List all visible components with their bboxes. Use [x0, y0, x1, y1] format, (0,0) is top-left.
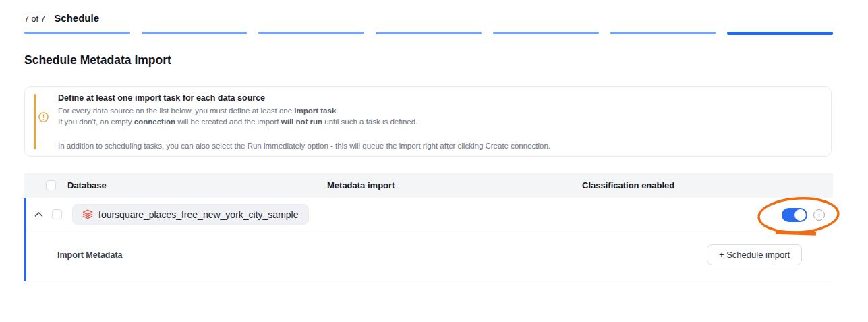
import-metadata-label: Import Metadata — [57, 250, 123, 260]
callout-text: For every data source on the list below,… — [58, 107, 294, 115]
info-callout: Define at least one import task for each… — [24, 86, 832, 157]
progress-segment-3 — [258, 32, 364, 34]
database-chip[interactable]: foursquare_places_free_new_york_city_sam… — [72, 204, 309, 225]
step-header: 7 of 7 Schedule — [24, 12, 99, 24]
schedule-import-button[interactable]: + Schedule import — [707, 244, 802, 265]
callout-bold-text: will not run — [281, 117, 322, 126]
progress-segment-2 — [142, 32, 248, 34]
row-checkbox[interactable] — [52, 209, 62, 219]
callout-content: Define at least one import task for each… — [58, 93, 817, 152]
callout-text: If you don't, an empty — [58, 117, 134, 126]
data-sources-table: Database Metadata import Classification … — [24, 173, 833, 281]
classification-toggle[interactable] — [782, 208, 807, 222]
databricks-icon — [82, 209, 93, 219]
progress-segment-6 — [610, 32, 716, 34]
step-name: Schedule — [54, 12, 99, 24]
progress-segment-1 — [24, 32, 130, 34]
callout-line-2: If you don't, an empty connection will b… — [58, 117, 817, 128]
table-row-group-expanded: foursquare_places_free_new_york_city_sam… — [24, 198, 833, 281]
callout-text: will be created and the import — [175, 117, 281, 126]
toggle-knob — [794, 209, 806, 221]
column-header-database: Database — [67, 173, 107, 198]
callout-text: . — [336, 107, 338, 115]
database-name: foursquare_places_free_new_york_city_sam… — [98, 209, 299, 220]
progress-segment-7 — [727, 32, 833, 35]
info-icon[interactable]: i — [813, 209, 825, 221]
table-row: foursquare_places_free_new_york_city_sam… — [26, 198, 833, 232]
column-header-classification-enabled: Classification enabled — [582, 173, 674, 198]
select-all-checkbox[interactable] — [46, 180, 56, 190]
callout-line-1: For every data source on the list below,… — [58, 106, 817, 117]
callout-line-3: In addition to scheduling tasks, you can… — [58, 141, 817, 152]
step-counter: 7 of 7 — [24, 14, 45, 24]
page: 7 of 7 Schedule Schedule Metadata Import… — [0, 0, 868, 322]
progress-segment-4 — [376, 32, 482, 34]
wizard-progress-bar — [24, 31, 833, 35]
warning-circle-icon — [38, 112, 49, 122]
progress-segment-5 — [493, 32, 599, 34]
wizard-content: 7 of 7 Schedule Schedule Metadata Import… — [24, 0, 833, 322]
page-title: Schedule Metadata Import — [24, 53, 171, 68]
callout-bold-text: import task — [294, 107, 336, 115]
column-header-metadata-import: Metadata import — [327, 173, 395, 198]
row-expanded-panel: Import Metadata + Schedule import — [26, 232, 833, 281]
table-header-row: Database Metadata import Classification … — [24, 173, 833, 198]
callout-bold-text: connection — [134, 117, 175, 126]
callout-accent-bar — [34, 94, 36, 149]
chevron-up-icon[interactable] — [33, 209, 44, 219]
callout-text: until such a task is defined. — [322, 117, 417, 126]
callout-title: Define at least one import task for each… — [58, 93, 817, 103]
